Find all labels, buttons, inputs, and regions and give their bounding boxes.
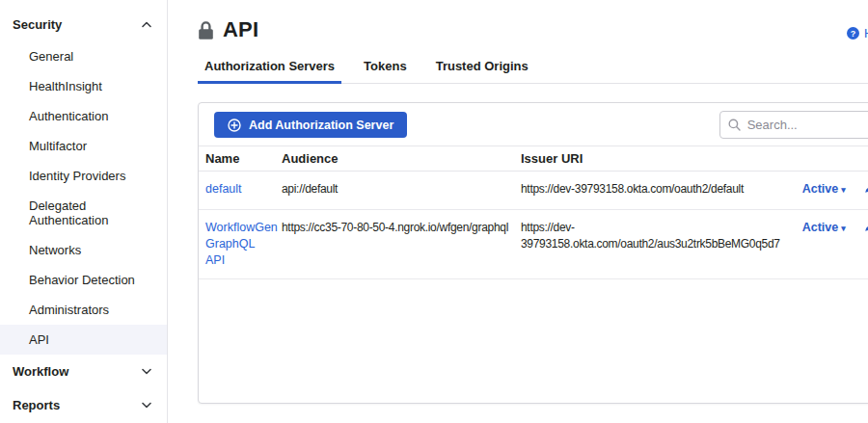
question-circle-icon: ? <box>847 27 859 40</box>
edit-authorization-server-button[interactable] <box>863 220 868 236</box>
sidebar-item-healthinsight[interactable]: HealthInsight <box>0 71 167 101</box>
status-dropdown[interactable]: Active▾ <box>802 221 846 234</box>
sidebar-item-delegated-authentication[interactable]: Delegated Authentication <box>0 191 167 235</box>
search-icon <box>728 119 741 131</box>
table-row: default api://default https://dev-397931… <box>199 172 868 210</box>
chevron-down-icon <box>142 402 151 409</box>
sidebar-item-administrators[interactable]: Administrators <box>0 295 167 325</box>
tab-bar: Authorization Servers Tokens Trusted Ori… <box>198 59 868 84</box>
tab-trusted-origins[interactable]: Trusted Origins <box>429 59 535 83</box>
search-input[interactable] <box>719 111 868 139</box>
status-dropdown[interactable]: Active▾ <box>802 182 846 196</box>
column-header-issuer-uri: Issuer URI <box>520 146 790 171</box>
column-header-name: Name <box>204 146 281 171</box>
sidebar-section-security[interactable]: Security <box>0 8 167 41</box>
sidebar-section-reports[interactable]: Reports <box>0 388 167 422</box>
auth-server-issuer-uri: https://dev-39793158.okta.com/oauth2/aus… <box>520 210 790 278</box>
column-header-audience: Audience <box>281 146 520 171</box>
sidebar: Security General HealthInsight Authentic… <box>0 0 168 423</box>
plus-circle-icon <box>228 119 241 132</box>
sidebar-item-behavior-detection[interactable]: Behavior Detection <box>0 265 167 295</box>
column-header-actions <box>857 146 868 171</box>
chevron-down-icon: ▾ <box>841 185 846 195</box>
help-link-label: Help <box>864 26 868 40</box>
sidebar-section-security-label: Security <box>13 17 62 32</box>
auth-server-issuer-uri: https://dev-39793158.okta.com/oauth2/def… <box>520 172 790 209</box>
pencil-icon <box>863 220 868 233</box>
help-link[interactable]: ? Help <box>847 26 868 40</box>
sidebar-item-authentication[interactable]: Authentication <box>0 101 167 131</box>
edit-authorization-server-button[interactable] <box>863 181 868 198</box>
table-row: WorkflowGen GraphQL API https://cc35-70-… <box>199 210 868 279</box>
auth-server-name-link[interactable]: default <box>205 182 242 196</box>
chevron-down-icon: ▾ <box>841 224 846 233</box>
sidebar-section-workflow[interactable]: Workflow <box>0 355 167 388</box>
column-header-status <box>790 146 857 171</box>
main-content: API ? Help Authorization Servers Tokens … <box>168 0 868 423</box>
page-header: API <box>198 15 868 44</box>
search-box <box>719 111 868 139</box>
add-authorization-server-label: Add Authorization Server <box>249 119 393 132</box>
sidebar-item-api[interactable]: API <box>0 325 167 355</box>
sidebar-item-networks[interactable]: Networks <box>0 235 167 265</box>
sidebar-item-general[interactable]: General <box>0 41 167 71</box>
tab-authorization-servers[interactable]: Authorization Servers <box>198 59 341 83</box>
authorization-servers-panel: Add Authorization Server Name Audience I… <box>198 102 868 404</box>
sidebar-section-reports-label: Reports <box>13 398 60 412</box>
sidebar-item-identity-providers[interactable]: Identity Providers <box>0 161 167 191</box>
lock-icon <box>198 20 214 40</box>
pencil-icon <box>863 181 868 195</box>
page-title: API <box>223 17 258 42</box>
clipped-nav-fragment <box>23 0 62 3</box>
status-label: Active <box>802 182 839 196</box>
sidebar-item-multifactor[interactable]: Multifactor <box>0 131 167 161</box>
add-authorization-server-button[interactable]: Add Authorization Server <box>214 112 407 138</box>
tab-tokens[interactable]: Tokens <box>357 59 414 83</box>
status-label: Active <box>802 221 839 234</box>
chevron-down-icon <box>142 368 151 375</box>
table-header-row: Name Audience Issuer URI <box>199 145 868 172</box>
chevron-up-icon <box>142 21 151 28</box>
auth-server-audience: https://cc35-70-80-50-4.ngrok.io/wfgen/g… <box>281 210 520 278</box>
panel-toolbar: Add Authorization Server <box>199 103 868 145</box>
auth-server-audience: api://default <box>281 172 520 209</box>
sidebar-section-workflow-label: Workflow <box>13 364 68 379</box>
auth-server-name-link[interactable]: WorkflowGen GraphQL API <box>205 221 278 267</box>
